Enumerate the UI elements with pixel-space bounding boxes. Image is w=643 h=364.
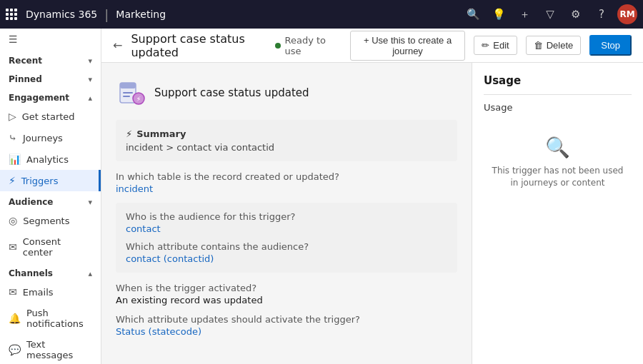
back-button[interactable]: ← bbox=[113, 39, 122, 52]
content-area: ← Support case status updated Ready to u… bbox=[101, 29, 643, 364]
recent-chevron: ▾ bbox=[88, 56, 92, 66]
get-started-icon: ▷ bbox=[9, 111, 16, 122]
stop-button[interactable]: Stop bbox=[589, 35, 632, 56]
sidebar-item-segments[interactable]: ◎ Segments bbox=[0, 210, 101, 231]
audience-value: contact bbox=[126, 223, 447, 234]
status-dot bbox=[275, 43, 281, 49]
status-text: Ready to use bbox=[284, 35, 332, 56]
summary-value: incident > contact via contactid bbox=[126, 142, 447, 153]
summary-card: ⚡ Summary incident > contact via contact… bbox=[116, 120, 457, 161]
usage-title: Usage bbox=[484, 74, 632, 87]
sidebar-section-recent[interactable]: Recent ▾ bbox=[0, 50, 101, 69]
usage-empty-text: This trigger has not been used in journe… bbox=[491, 165, 624, 189]
main-panel: ⚡ Support case status updated ⚡ Summary … bbox=[101, 63, 472, 364]
trigger-icon: ⚡ bbox=[116, 77, 147, 108]
sms-icon: 💬 bbox=[9, 344, 21, 355]
activation-label: When is the trigger activated? bbox=[116, 283, 457, 293]
table-value: incident bbox=[116, 183, 457, 194]
sidebar-item-triggers[interactable]: ⚡ Triggers bbox=[0, 170, 101, 191]
sidebar-section-audience[interactable]: Audience ▾ bbox=[0, 191, 101, 210]
add-icon[interactable]: ＋ bbox=[514, 4, 534, 24]
sidebar-section-engagement[interactable]: Engagement ▴ bbox=[0, 87, 101, 106]
activation-field: When is the trigger activated? An existi… bbox=[116, 283, 457, 305]
content-header: ← Support case status updated Ready to u… bbox=[101, 29, 643, 63]
svg-rect-1 bbox=[120, 83, 136, 89]
sidebar-item-journeys[interactable]: ⤷ Journeys bbox=[0, 127, 101, 148]
svg-rect-2 bbox=[123, 92, 133, 93]
analytics-icon: 📊 bbox=[9, 153, 21, 165]
main-layout: ☰ Recent ▾ Pinned ▾ Engagement ▴ ▷ Get s… bbox=[0, 29, 643, 364]
engagement-chevron: ▴ bbox=[88, 93, 92, 103]
segments-icon: ◎ bbox=[9, 215, 17, 226]
update-label: Which attribute updates should activate … bbox=[116, 314, 457, 325]
activation-value: An existing record was updated bbox=[116, 295, 457, 305]
lightbulb-icon[interactable]: 💡 bbox=[489, 4, 509, 24]
sidebar-item-get-started[interactable]: ▷ Get started bbox=[0, 106, 101, 127]
trigger-title: Support case status updated bbox=[154, 86, 309, 99]
audience-card: Who is the audience for this trigger? co… bbox=[116, 203, 457, 273]
summary-icon: ⚡ bbox=[126, 128, 132, 139]
page-title: Support case status updated bbox=[131, 32, 266, 59]
sidebar: ☰ Recent ▾ Pinned ▾ Engagement ▴ ▷ Get s… bbox=[0, 29, 101, 364]
sidebar-item-emails[interactable]: ✉ Emails bbox=[0, 281, 101, 303]
push-icon: 🔔 bbox=[9, 313, 21, 324]
user-avatar[interactable]: RM bbox=[617, 4, 637, 24]
settings-icon[interactable]: ⚙ bbox=[566, 4, 586, 24]
brand-label: Dynamics 365 bbox=[26, 9, 97, 20]
pinned-chevron: ▾ bbox=[88, 75, 92, 84]
svg-rect-3 bbox=[123, 96, 130, 97]
trash-icon: 🗑 bbox=[534, 40, 543, 51]
divider bbox=[484, 94, 632, 95]
audience-question: Who is the audience for this trigger? bbox=[126, 211, 447, 222]
apps-grid-icon[interactable] bbox=[6, 9, 17, 20]
edit-icon: ✏ bbox=[482, 40, 489, 51]
journeys-icon: ⤷ bbox=[9, 132, 17, 143]
sidebar-item-text-messages[interactable]: 💬 Text messages bbox=[0, 334, 101, 364]
content-split: ⚡ Support case status updated ⚡ Summary … bbox=[101, 63, 643, 364]
svg-text:⚡: ⚡ bbox=[136, 95, 141, 103]
attribute-value: contact (contactid) bbox=[126, 253, 447, 264]
consent-icon: ✉ bbox=[9, 241, 17, 253]
search-icon[interactable]: 🔍 bbox=[463, 4, 483, 24]
filter-icon[interactable]: ▽ bbox=[540, 4, 560, 24]
create-journey-button[interactable]: + Use this to create a journey bbox=[350, 31, 465, 61]
top-nav: Dynamics 365 | Marketing 🔍 💡 ＋ ▽ ⚙ ? RM bbox=[0, 0, 643, 29]
edit-button[interactable]: ✏ Edit bbox=[474, 36, 517, 55]
update-field: Which attribute updates should activate … bbox=[116, 314, 457, 337]
trigger-header: ⚡ Support case status updated bbox=[116, 77, 457, 108]
sidebar-item-analytics[interactable]: 📊 Analytics bbox=[0, 148, 101, 170]
hamburger-icon: ☰ bbox=[9, 34, 18, 45]
sidebar-item-consent-center[interactable]: ✉ Consent center bbox=[0, 231, 101, 263]
sidebar-section-channels[interactable]: Channels ▴ bbox=[0, 263, 101, 281]
channels-chevron: ▴ bbox=[88, 269, 92, 278]
table-label: In which table is the record created or … bbox=[116, 171, 457, 182]
sidebar-hamburger[interactable]: ☰ bbox=[0, 29, 101, 50]
update-value: Status (statecode) bbox=[116, 326, 457, 337]
usage-empty-icon: 🔍 bbox=[545, 136, 570, 159]
table-field: In which table is the record created or … bbox=[116, 171, 457, 194]
help-icon[interactable]: ? bbox=[592, 4, 612, 24]
right-panel: Usage Usage 🔍 This trigger has not been … bbox=[472, 63, 643, 364]
usage-empty: 🔍 This trigger has not been used in jour… bbox=[484, 121, 632, 203]
emails-icon: ✉ bbox=[9, 286, 17, 298]
delete-button[interactable]: 🗑 Delete bbox=[526, 36, 582, 55]
status-badge: Ready to use bbox=[275, 35, 332, 56]
sidebar-item-push-notifications[interactable]: 🔔 Push notifications bbox=[0, 303, 101, 334]
sidebar-section-pinned[interactable]: Pinned ▾ bbox=[0, 69, 101, 87]
triggers-icon: ⚡ bbox=[9, 175, 16, 186]
audience-chevron: ▾ bbox=[88, 198, 92, 207]
attribute-question: Which attribute contains the audience? bbox=[126, 241, 447, 252]
usage-subtitle: Usage bbox=[484, 102, 632, 113]
module-label: Marketing bbox=[116, 9, 166, 20]
